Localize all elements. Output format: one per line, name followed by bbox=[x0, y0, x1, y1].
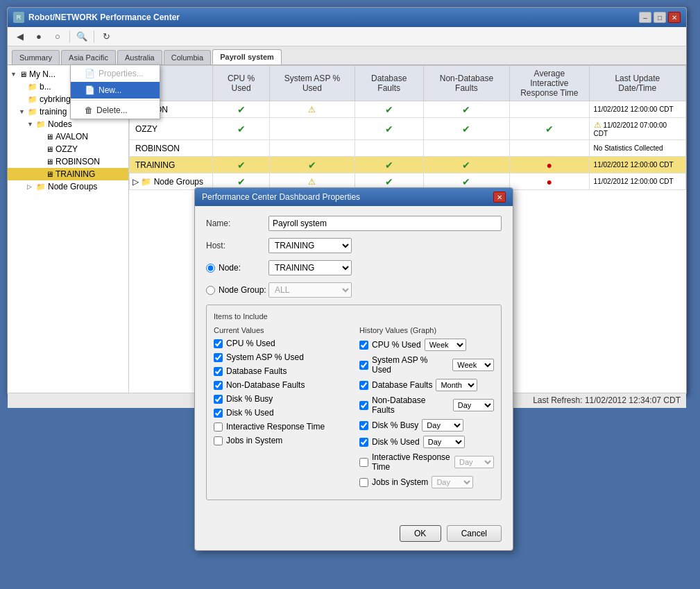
record-button[interactable]: ● bbox=[31, 29, 47, 44]
history-values-col: History Values (Graph) CPU % Used Day We… bbox=[359, 326, 494, 493]
node-group-radio-label[interactable]: Node Group: bbox=[206, 285, 268, 295]
current-disk-busy-checkbox[interactable] bbox=[214, 395, 223, 404]
history-disk-used-checkbox[interactable] bbox=[359, 438, 368, 447]
history-disk-busy-checkbox[interactable] bbox=[359, 421, 368, 430]
title-bar: R Robot/NETWORK Performance Center – □ ✕ bbox=[8, 8, 686, 27]
history-ndbf-row: Non-Database Faults Day Week Month Year bbox=[359, 395, 494, 415]
current-ndbf-checkbox[interactable] bbox=[214, 381, 223, 390]
col-header-dbf: Database Faults bbox=[355, 66, 423, 101]
history-dbf-period[interactable]: Day Week Month Year bbox=[436, 379, 477, 391]
toolbar-separator bbox=[69, 31, 70, 43]
current-dbf-row: Database Faults bbox=[214, 366, 348, 376]
host-select[interactable]: TRAINING bbox=[268, 238, 352, 253]
cell-air bbox=[510, 101, 590, 118]
history-disk-busy-period[interactable]: Day Week Month Year bbox=[422, 419, 463, 432]
tab-summary[interactable]: Summary bbox=[12, 50, 60, 65]
cell-ndbf: ✔ bbox=[423, 118, 509, 140]
cell-last-update: 11/02/2012 12:00:00 CDT bbox=[589, 157, 685, 173]
current-jobs-checkbox[interactable] bbox=[214, 436, 223, 445]
history-asp-checkbox[interactable] bbox=[359, 361, 368, 370]
context-item-properties[interactable]: 📄 Properties... bbox=[71, 65, 129, 82]
history-ndbf-period[interactable]: Day Week Month Year bbox=[453, 399, 494, 411]
history-cpu-period[interactable]: Day Week Month Year bbox=[425, 339, 466, 351]
history-dbf-checkbox[interactable] bbox=[359, 381, 368, 390]
maximize-button[interactable]: □ bbox=[654, 12, 666, 23]
cell-asp bbox=[270, 118, 355, 140]
app-icon: R bbox=[13, 12, 24, 23]
search-button[interactable]: 🔍 bbox=[74, 29, 90, 44]
minimize-button[interactable]: – bbox=[639, 12, 651, 23]
table-row[interactable]: ROBINSON No Statistics Collected bbox=[130, 140, 686, 157]
node-group-select[interactable]: ALL bbox=[268, 282, 352, 298]
col-header-ndbf: Non-Database Faults bbox=[423, 66, 509, 101]
tab-payroll-system[interactable]: Payroll system bbox=[212, 49, 282, 65]
col-header-asp: System ASP % Used bbox=[270, 66, 355, 101]
history-asp-period[interactable]: Day Week Month Year bbox=[452, 359, 494, 371]
history-irt-period[interactable]: Day Week Month Year bbox=[454, 456, 494, 468]
current-cpu-row: CPU % Used bbox=[214, 339, 348, 348]
tree-item-training-node[interactable]: 🖥 TRAINING bbox=[8, 168, 128, 180]
history-jobs-checkbox[interactable] bbox=[359, 478, 368, 487]
table-row-training[interactable]: TRAINING ✔ ✔ ✔ ✔ ● 11/02/2012 12:00:00 C… bbox=[130, 157, 686, 173]
new-icon: 📄 bbox=[85, 85, 95, 95]
tab-columbia[interactable]: Columbia bbox=[164, 50, 211, 65]
node-group-radio[interactable] bbox=[206, 286, 215, 295]
tab-asia-pacific[interactable]: Asia Pacific bbox=[61, 50, 116, 65]
node-radio[interactable] bbox=[206, 264, 215, 273]
current-disk-used-label: Disk % Used bbox=[226, 408, 274, 418]
current-values-title: Current Values bbox=[214, 326, 348, 334]
history-disk-used-row: Disk % Used Day Week Month Year bbox=[359, 436, 494, 448]
tree-item-robinson[interactable]: 🖥 ROBINSON bbox=[8, 155, 128, 168]
host-label: Host: bbox=[206, 241, 268, 250]
node-select[interactable]: TRAINING bbox=[268, 260, 352, 275]
tree-item-avalon[interactable]: 🖥 AVALON bbox=[8, 130, 128, 143]
dialog-close-button[interactable]: ✕ bbox=[493, 191, 506, 203]
history-jobs-row: Jobs in System Day Week Month Year bbox=[359, 476, 494, 488]
refresh-button[interactable]: ↻ bbox=[98, 29, 114, 44]
current-jobs-row: Jobs in System bbox=[214, 436, 348, 445]
close-button[interactable]: ✕ bbox=[668, 12, 681, 23]
tab-australia[interactable]: Australia bbox=[117, 50, 162, 65]
history-cpu-checkbox[interactable] bbox=[359, 341, 368, 350]
current-dbf-label: Database Faults bbox=[226, 366, 287, 376]
context-item-new[interactable]: 📄 New... bbox=[71, 82, 129, 99]
history-irt-row: Interactive Response Time Day Week Month… bbox=[359, 452, 494, 472]
tree-item-nodes[interactable]: ▼ 📁 Nodes bbox=[8, 118, 128, 130]
history-dbf-row: Database Faults Day Week Month Year bbox=[359, 379, 494, 391]
cell-dbf: ✔ bbox=[355, 157, 423, 173]
table-row[interactable]: AVALON ✔ ⚠ ✔ ✔ 11/02/2012 12:00:00 CDT bbox=[130, 101, 686, 118]
history-irt-checkbox[interactable] bbox=[359, 458, 368, 467]
cell-dbf: ✔ bbox=[355, 101, 423, 118]
history-jobs-period[interactable]: Day Week Month Year bbox=[432, 476, 473, 488]
table-row[interactable]: OZZY ✔ ✔ ✔ ✔ ⚠ 11/02/2012 07:00:00 CDT bbox=[130, 118, 686, 140]
tree-item-ozzy[interactable]: 🖥 OZZY bbox=[8, 143, 128, 155]
history-ndbf-label: Non-Database Faults bbox=[372, 395, 450, 415]
cell-cpu: ✔ bbox=[213, 157, 270, 173]
node-group-row: Node Group: ALL bbox=[206, 282, 502, 298]
toolbar: ◀ ● ○ 🔍 ↻ bbox=[8, 27, 686, 46]
current-disk-used-checkbox[interactable] bbox=[214, 409, 223, 418]
node-radio-label[interactable]: Node: bbox=[206, 263, 268, 273]
name-row: Name: bbox=[206, 216, 502, 231]
history-values-title: History Values (Graph) bbox=[359, 326, 494, 334]
cell-cpu: ✔ bbox=[213, 101, 270, 118]
ok-button[interactable]: OK bbox=[400, 525, 441, 542]
tree-item-node-groups[interactable]: ▷ 📁 Node Groups bbox=[8, 180, 128, 193]
current-asp-checkbox[interactable] bbox=[214, 353, 223, 362]
row-name: OZZY bbox=[130, 118, 213, 140]
cancel-button[interactable]: Cancel bbox=[447, 525, 502, 542]
history-ndbf-checkbox[interactable] bbox=[359, 401, 368, 410]
cell-last-update: 11/02/2012 12:00:00 CDT bbox=[589, 173, 685, 190]
context-separator bbox=[71, 100, 129, 101]
name-field[interactable] bbox=[268, 216, 502, 231]
cell-last-update: No Statistics Collected bbox=[589, 140, 685, 157]
stop-button[interactable]: ○ bbox=[49, 29, 66, 44]
properties-icon: 📄 bbox=[85, 69, 95, 78]
current-dbf-checkbox[interactable] bbox=[214, 367, 223, 376]
cell-air: ● bbox=[510, 173, 590, 190]
current-cpu-checkbox[interactable] bbox=[214, 339, 223, 348]
back-button[interactable]: ◀ bbox=[12, 29, 28, 44]
context-item-delete[interactable]: 🗑 Delete... bbox=[71, 102, 129, 119]
history-disk-used-period[interactable]: Day Week Month Year bbox=[423, 436, 465, 448]
current-irt-checkbox[interactable] bbox=[214, 422, 223, 432]
